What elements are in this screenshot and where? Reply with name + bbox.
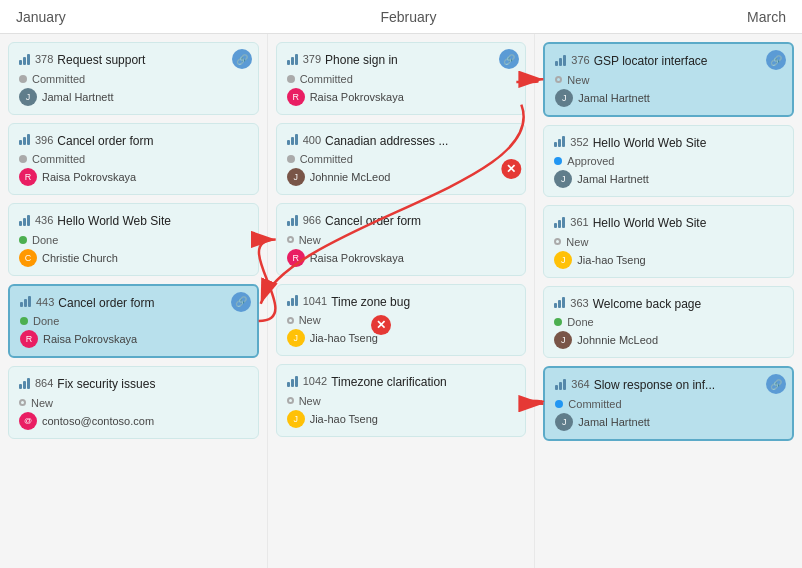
status-dot <box>554 157 562 165</box>
user-name: Raisa Pokrovskaya <box>42 171 136 183</box>
card-user: J Johnnie McLeod <box>554 331 783 349</box>
card-status: Done <box>554 316 783 328</box>
status-dot <box>555 76 562 83</box>
card-id-icon: 400 <box>287 134 321 146</box>
card-status: New <box>287 395 516 407</box>
avatar: R <box>19 168 37 186</box>
user-name: Jamal Hartnett <box>578 416 650 428</box>
card-436[interactable]: 436 Hello World Web Site Done C Christie… <box>8 203 259 276</box>
card-1042[interactable]: 1042 Timezone clarification New J Jia-ha… <box>276 364 527 437</box>
status-text: Done <box>567 316 593 328</box>
card-status: New <box>287 234 516 246</box>
card-400[interactable]: 400 Canadian addresses ... Committed J J… <box>276 123 527 196</box>
card-title: Slow response on inf... <box>594 378 715 394</box>
card-title-row: 378 Request support <box>19 53 248 69</box>
bar-icon <box>20 296 31 307</box>
link-icon-379[interactable]: 🔗 <box>499 49 519 69</box>
status-text: Approved <box>567 155 614 167</box>
card-title-row: 1041 Time zone bug <box>287 295 516 311</box>
card-443[interactable]: 443 Cancel order form Done R Raisa Pokro… <box>8 284 259 359</box>
card-id-icon: 364 <box>555 378 589 390</box>
card-title: Cancel order form <box>58 296 154 312</box>
card-378[interactable]: 378 Request support Committed J Jamal Ha… <box>8 42 259 115</box>
avatar: R <box>287 249 305 267</box>
bar-icon <box>287 54 298 65</box>
status-text: Done <box>32 234 58 246</box>
january-label: January <box>16 9 66 25</box>
card-user: R Raisa Pokrovskaya <box>287 88 516 106</box>
avatar: J <box>287 410 305 428</box>
avatar: C <box>19 249 37 267</box>
card-user: J Jamal Hartnett <box>555 89 782 107</box>
bar-icon <box>287 295 298 306</box>
card-title-row: 400 Canadian addresses ... <box>287 134 516 150</box>
user-name: Jia-hao Tseng <box>577 254 645 266</box>
column-header-january: January <box>0 0 267 34</box>
user-name: Christie Church <box>42 252 118 264</box>
card-396[interactable]: 396 Cancel order form Committed R Raisa … <box>8 123 259 196</box>
status-text: Committed <box>300 153 353 165</box>
march-label: March <box>747 9 786 25</box>
link-icon-376[interactable]: 🔗 <box>766 50 786 70</box>
card-id-icon: 436 <box>19 214 53 226</box>
card-status: Committed <box>19 153 248 165</box>
card-376[interactable]: 376 GSP locator interface New J Jamal Ha… <box>543 42 794 117</box>
user-name: Jamal Hartnett <box>578 92 650 104</box>
card-title-row: 352 Hello World Web Site <box>554 136 783 152</box>
card-user: J Jamal Hartnett <box>19 88 248 106</box>
card-status: Committed <box>555 398 782 410</box>
bar-icon <box>287 376 298 387</box>
avatar: J <box>554 331 572 349</box>
status-dot <box>19 155 27 163</box>
card-status: Committed <box>287 153 516 165</box>
user-name: Johnnie McLeod <box>577 334 658 346</box>
status-text: New <box>299 395 321 407</box>
card-379[interactable]: 379 Phone sign in Committed R Raisa Pokr… <box>276 42 527 115</box>
card-title-row: 864 Fix security issues <box>19 377 248 393</box>
link-icon-364[interactable]: 🔗 <box>766 374 786 394</box>
card-title: Time zone bug <box>331 295 410 311</box>
status-text: Done <box>33 315 59 327</box>
bar-icon <box>554 217 565 228</box>
card-status: New <box>19 397 248 409</box>
card-status: Committed <box>287 73 516 85</box>
card-363[interactable]: 363 Welcome back page Done J Johnnie McL… <box>543 286 794 359</box>
card-user: C Christie Church <box>19 249 248 267</box>
card-864[interactable]: 864 Fix security issues New @ contoso@co… <box>8 366 259 439</box>
bar-icon <box>19 378 30 389</box>
card-361[interactable]: 361 Hello World Web Site New J Jia-hao T… <box>543 205 794 278</box>
user-name: Raisa Pokrovskaya <box>310 91 404 103</box>
user-name: Raisa Pokrovskaya <box>43 333 137 345</box>
card-title-row: 443 Cancel order form <box>20 296 247 312</box>
card-user: J Johnnie McLeod <box>287 168 516 186</box>
avatar: R <box>20 330 38 348</box>
card-id-icon: 966 <box>287 214 321 226</box>
avatar: J <box>554 251 572 269</box>
card-title: Hello World Web Site <box>593 216 707 232</box>
card-user: R Raisa Pokrovskaya <box>19 168 248 186</box>
card-status: New <box>555 74 782 86</box>
status-dot <box>555 400 563 408</box>
card-364[interactable]: 364 Slow response on inf... Committed J … <box>543 366 794 441</box>
status-text: Committed <box>32 153 85 165</box>
card-title: Hello World Web Site <box>57 214 171 230</box>
card-title: Canadian addresses ... <box>325 134 448 150</box>
status-text: New <box>31 397 53 409</box>
card-966[interactable]: 966 Cancel order form New R Raisa Pokrov… <box>276 203 527 276</box>
card-title-row: 379 Phone sign in <box>287 53 516 69</box>
avatar: J <box>554 170 572 188</box>
status-dot <box>20 317 28 325</box>
card-title: Phone sign in <box>325 53 398 69</box>
card-user: J Jia-hao Tseng <box>287 410 516 428</box>
link-icon-443[interactable]: 🔗 <box>231 292 251 312</box>
link-icon-378[interactable]: 🔗 <box>232 49 252 69</box>
card-title: Fix security issues <box>57 377 155 393</box>
card-title-row: 361 Hello World Web Site <box>554 216 783 232</box>
card-user: J Jia-hao Tseng <box>554 251 783 269</box>
card-352[interactable]: 352 Hello World Web Site Approved J Jama… <box>543 125 794 198</box>
user-name: Jia-hao Tseng <box>310 413 378 425</box>
card-title-row: 966 Cancel order form <box>287 214 516 230</box>
card-id-icon: 361 <box>554 216 588 228</box>
card-1041[interactable]: 1041 Time zone bug New J Jia-hao Tseng <box>276 284 527 357</box>
column-header-march: March <box>534 0 802 34</box>
